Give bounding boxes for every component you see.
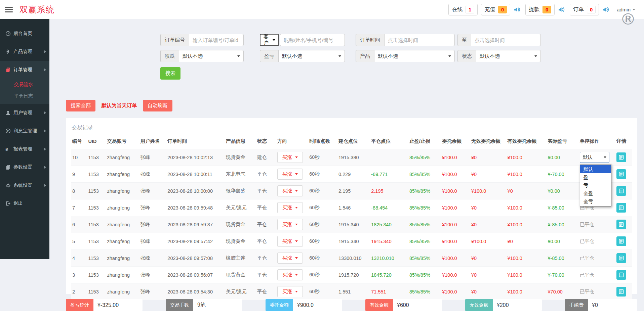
direction-select[interactable]: 买涨	[277, 219, 303, 230]
table-row: 81153zhangfeng张峰2023-08-28 10:00:00银华鑫盛平…	[71, 183, 632, 199]
cell-uid: 1153	[87, 199, 106, 216]
sidebar-item-dashboard[interactable]: 后台首页	[0, 25, 49, 43]
detail-button[interactable]	[616, 203, 626, 213]
customer-input[interactable]	[280, 34, 345, 46]
col-account: 交易账号	[106, 136, 139, 149]
filter-label: 涨跌	[160, 50, 179, 62]
cell-valid: ¥100.0	[506, 216, 547, 233]
status-select[interactable]: 默认不选	[476, 50, 541, 62]
speaker-icon[interactable]	[514, 6, 521, 13]
cell-sl: 85%/85%	[408, 250, 441, 267]
direction-select[interactable]: 买涨	[277, 269, 303, 280]
start-time-input[interactable]	[384, 34, 455, 46]
cell-time: 2023-08-28 10:02:13	[166, 149, 225, 166]
cell-detail	[615, 149, 632, 166]
detail-button[interactable]	[616, 152, 626, 162]
sidebar-item-users[interactable]: 用户管理	[0, 104, 49, 122]
filter-product: 产品 默认不选	[356, 50, 455, 62]
end-time-input[interactable]	[471, 34, 541, 46]
stat-withdraw[interactable]: 提款 0	[525, 4, 555, 15]
sidebar-item-interest[interactable]: P 利息宝管理	[0, 122, 49, 140]
direction-select[interactable]: 买涨	[277, 169, 303, 180]
detail-button[interactable]	[616, 220, 626, 229]
cell-time: 2023-08-28 09:54:30	[166, 283, 225, 300]
svg-text:P: P	[7, 129, 9, 133]
col-entrust: 委托余额	[441, 136, 470, 149]
cell-profit: ¥-85.00	[547, 199, 578, 216]
cell-product: 美元/澳元	[225, 283, 256, 300]
cell-account: zhangfeng	[106, 250, 139, 267]
direction-select[interactable]: 买涨	[277, 202, 303, 213]
search-button[interactable]: 搜索	[160, 67, 180, 80]
sidebar-item-logout[interactable]: 退出	[0, 194, 49, 213]
rise-fall-select[interactable]: 默认不选	[179, 50, 244, 62]
cell-open: 1.546	[337, 199, 370, 216]
stat-deposit[interactable]: 充值 0	[481, 4, 510, 15]
stat-value: 0	[542, 6, 551, 13]
direction-select[interactable]: 买涨	[277, 185, 303, 196]
sidebar-item-orders[interactable]: 订单管理	[0, 61, 49, 79]
today-orders-note: 默认为当天订单	[102, 102, 137, 109]
sidebar-subitem-close-log[interactable]: 平仓日志	[0, 90, 49, 102]
sidebar-item-products[interactable]: 产品管理	[0, 43, 49, 61]
dropdown-option[interactable]: 盈	[580, 173, 611, 181]
cell-duration: 60秒	[308, 283, 337, 300]
speaker-icon[interactable]	[602, 6, 609, 13]
sidebar-item-reports[interactable]: ¥ 报表管理	[0, 140, 49, 158]
cell-control: 已平仓	[578, 216, 615, 233]
direction-select[interactable]: 买涨	[277, 152, 303, 163]
cell-open: 0.229	[337, 166, 370, 183]
sidebar-item-params[interactable]: 参数设置	[0, 158, 49, 176]
detail-button[interactable]	[616, 236, 626, 246]
search-all-button[interactable]: 搜索全部	[66, 100, 95, 111]
detail-button[interactable]	[616, 287, 626, 297]
dropdown-option[interactable]: 全亏	[580, 197, 611, 206]
dropdown-option[interactable]: 默认	[580, 165, 611, 173]
sidebar-item-system[interactable]: 系统设置	[0, 176, 49, 194]
direction-select[interactable]: 买涨	[277, 236, 303, 247]
cell-id: 10	[71, 149, 87, 166]
cell-direction: 买涨	[276, 183, 308, 199]
speaker-icon[interactable]	[558, 6, 565, 13]
cell-time: 2023-08-28 09:56:07	[166, 267, 225, 283]
detail-button[interactable]	[616, 253, 626, 263]
auto-refresh-button[interactable]: 自动刷新	[143, 100, 172, 111]
control-select[interactable]: 默认	[580, 152, 609, 163]
cell-product: 美元/澳元	[225, 199, 256, 216]
cell-uid: 1153	[87, 283, 106, 300]
sidebar-item-label: 退出	[13, 200, 23, 207]
detail-button[interactable]	[616, 169, 626, 179]
detail-button[interactable]	[616, 186, 626, 196]
profit-loss-select[interactable]: 默认不选	[278, 50, 345, 62]
cell-id: 4	[71, 250, 87, 267]
trade-records-card: 交易记录 编号 UID 交易账号 用户姓名 订单时间 产品信息 状态 方向 时间…	[66, 118, 637, 294]
order-no-input[interactable]	[189, 34, 244, 46]
sidebar-item-label: 系统设置	[13, 182, 32, 188]
stat-label: 充值	[484, 6, 495, 13]
sidebar-item-label: 利息宝管理	[13, 128, 37, 134]
sidebar-subitem-trade-flow[interactable]: 交易流水	[0, 79, 49, 90]
cell-status: 平仓	[256, 166, 276, 183]
summary-item: 盈亏统计 ¥-325.00	[66, 299, 143, 311]
dashboard-icon	[5, 31, 13, 36]
stat-online[interactable]: 在线 1	[448, 4, 478, 15]
user-icon	[5, 110, 13, 116]
customer-type-select[interactable]: 客户	[260, 34, 279, 46]
cell-uid: 1153	[87, 183, 106, 199]
direction-select[interactable]: 买涨	[277, 286, 303, 297]
stat-orders[interactable]: 订单 0	[570, 4, 599, 15]
direction-select[interactable]: 买涨	[277, 253, 303, 264]
detail-button[interactable]	[616, 270, 626, 280]
hamburger-menu-icon[interactable]	[5, 7, 13, 12]
cell-direction: 买涨	[276, 233, 308, 250]
cell-profit: ¥0.00	[547, 183, 578, 199]
cell-account: zhangfeng	[106, 216, 139, 233]
cell-detail	[615, 250, 632, 267]
dropdown-option[interactable]: 亏	[580, 181, 611, 189]
product-select[interactable]: 默认不选	[374, 50, 455, 62]
summary-value: 9笔	[193, 299, 242, 311]
cell-sl: 85%/85%	[408, 199, 441, 216]
cell-invalid: ¥100.0	[470, 183, 506, 199]
cell-status: 平仓	[256, 183, 276, 199]
dropdown-option[interactable]: 全盈	[580, 189, 611, 197]
